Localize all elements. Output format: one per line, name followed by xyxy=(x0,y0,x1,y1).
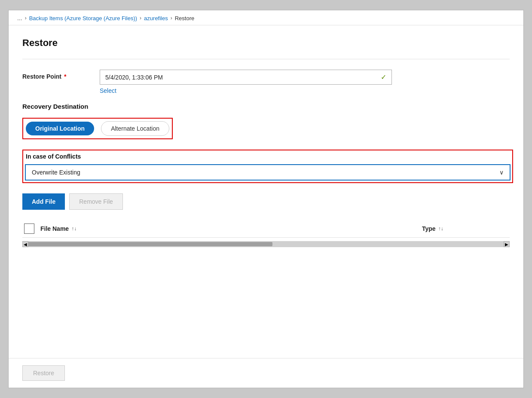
restore-point-input[interactable]: 5/4/2020, 1:33:06 PM ✓ xyxy=(100,70,392,85)
main-window: ... › Backup Items (Azure Storage (Azure… xyxy=(8,10,524,388)
breadcrumb-link-backup-items[interactable]: Backup Items (Azure Storage (Azure Files… xyxy=(29,15,137,21)
recovery-destination-section: Recovery Destination Original Location A… xyxy=(22,103,510,139)
content-area: Restore Restore Point * 5/4/2020, 1:33:0… xyxy=(9,25,523,358)
action-buttons: Add File Remove File xyxy=(22,193,510,210)
footer: Restore xyxy=(9,358,523,388)
restore-point-value: 5/4/2020, 1:33:06 PM xyxy=(105,74,163,81)
breadcrumb-link-azurefiles[interactable]: azurefiles xyxy=(144,15,168,21)
select-link[interactable]: Select xyxy=(100,87,510,94)
location-selector: Original Location Alternate Location xyxy=(22,118,173,139)
original-location-button[interactable]: Original Location xyxy=(26,122,94,135)
required-star: * xyxy=(64,73,66,80)
conflict-section: In case of Conflicts Overwrite Existing … xyxy=(22,150,510,183)
restore-point-controls: 5/4/2020, 1:33:06 PM ✓ Select xyxy=(100,70,510,94)
breadcrumb-current: Restore xyxy=(175,15,195,21)
restore-button[interactable]: Restore xyxy=(22,365,65,381)
page-title: Restore xyxy=(22,37,510,49)
chevron-down-icon: ∨ xyxy=(499,169,504,176)
breadcrumb-dots: ... xyxy=(17,15,22,21)
scroll-left-arrow[interactable]: ◀ xyxy=(22,241,28,247)
type-sort-icon[interactable]: ↑↓ xyxy=(438,226,443,232)
conflict-wrapper: In case of Conflicts Overwrite Existing … xyxy=(22,150,513,183)
scrollbar-thumb[interactable] xyxy=(23,242,272,246)
add-file-button[interactable]: Add File xyxy=(22,193,65,210)
horizontal-scrollbar[interactable]: ◀ ▶ xyxy=(22,241,510,247)
check-icon: ✓ xyxy=(381,73,386,81)
conflict-selected-value: Overwrite Existing xyxy=(32,169,80,176)
filename-col-label: File Name xyxy=(40,225,69,232)
conflict-dropdown[interactable]: Overwrite Existing ∨ xyxy=(25,164,511,181)
breadcrumb: ... › Backup Items (Azure Storage (Azure… xyxy=(9,10,523,25)
breadcrumb-sep-1: › xyxy=(25,15,27,21)
conflict-label: In case of Conflicts xyxy=(25,152,511,161)
select-all-checkbox[interactable] xyxy=(24,223,34,234)
col-filename-header: File Name ↑↓ xyxy=(40,225,422,232)
col-type-header: Type ↑↓ xyxy=(422,225,508,232)
recovery-destination-title: Recovery Destination xyxy=(22,103,510,110)
scroll-right-arrow[interactable]: ▶ xyxy=(504,241,510,247)
table-header: File Name ↑↓ Type ↑↓ xyxy=(22,220,510,238)
remove-file-button[interactable]: Remove File xyxy=(69,193,123,210)
breadcrumb-sep-3: › xyxy=(171,15,172,21)
filename-sort-icon[interactable]: ↑↓ xyxy=(71,226,76,232)
title-divider xyxy=(22,59,510,59)
breadcrumb-sep-2: › xyxy=(140,15,141,21)
restore-point-row: Restore Point * 5/4/2020, 1:33:06 PM ✓ S… xyxy=(22,70,510,94)
type-col-label: Type xyxy=(422,225,436,232)
alternate-location-button[interactable]: Alternate Location xyxy=(101,121,169,136)
restore-point-label: Restore Point * xyxy=(22,70,100,80)
